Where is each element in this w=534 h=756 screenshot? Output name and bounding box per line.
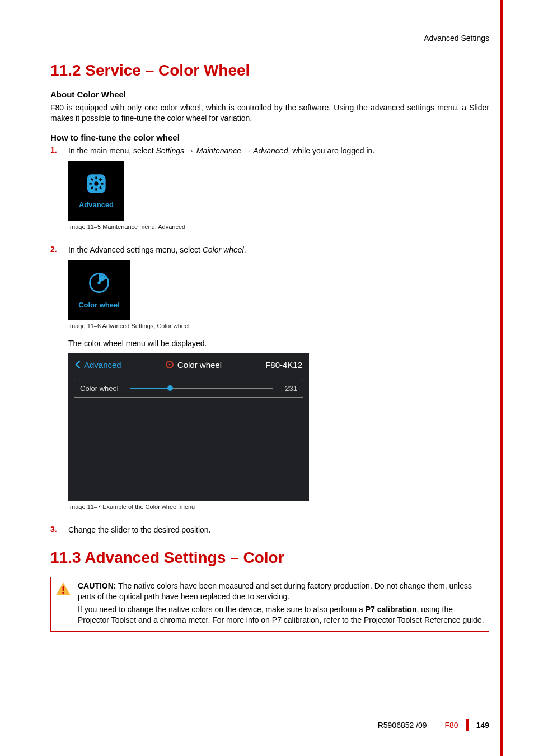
caution-box: CAUTION: The native colors have been mea… [50, 577, 489, 632]
footer-model: F80 [445, 721, 458, 730]
svg-point-13 [168, 364, 170, 366]
image-caption-11-6: Image 11–6 Advanced Settings, Color whee… [68, 323, 489, 329]
caution-p2-pre: If you need to change the native colors … [78, 605, 366, 614]
slider-label: Color wheel [80, 384, 125, 393]
caution-label: CAUTION: [78, 581, 116, 590]
svg-line-7 [100, 187, 101, 189]
step-2-pre: In the Advanced settings menu, select [68, 245, 203, 254]
howto-heading: How to fine-tune the color wheel [50, 133, 489, 142]
step-2: 2. In the Advanced settings menu, select… [50, 245, 489, 520]
svg-line-9 [100, 179, 101, 180]
color-wheel-tile-label: Color wheel [78, 301, 120, 309]
step-1: 1. In the main menu, select Settings → M… [50, 146, 489, 239]
section-heading-11-3: 11.3 Advanced Settings – Color [50, 549, 489, 567]
step-3: 3. Change the slider to the desired posi… [50, 525, 489, 535]
breadcrumb: Advanced Settings [50, 34, 489, 43]
page-footer: R5906852 /09 F80 149 [378, 719, 489, 731]
color-wheel-menu: Advanced Color wheel F80-4K12 Color whee… [68, 353, 309, 501]
slider-track[interactable] [130, 388, 273, 389]
menu-back-button[interactable]: Advanced [75, 360, 121, 370]
menu-back-label: Advanced [84, 360, 121, 370]
color-wheel-slider-row[interactable]: Color wheel 231 [74, 379, 303, 398]
step-1-pre: In the main menu, select [68, 146, 156, 155]
gear-icon [85, 172, 107, 195]
footer-separator [466, 719, 469, 731]
about-body: F80 is equipped with only one color whee… [50, 102, 489, 124]
doc-number: R5906852 /09 [378, 721, 427, 730]
svg-rect-14 [63, 586, 64, 591]
caution-p1: The native colors have been measured and… [78, 581, 472, 601]
svg-point-11 [97, 281, 101, 284]
page-number: 149 [476, 721, 489, 730]
svg-point-1 [93, 181, 100, 187]
svg-point-15 [62, 592, 64, 594]
color-wheel-small-icon [165, 360, 174, 369]
warning-icon [55, 582, 71, 596]
steps-list: 1. In the main menu, select Settings → M… [50, 146, 489, 536]
image-caption-11-7: Image 11–7 Example of the Color wheel me… [68, 503, 489, 510]
step-2-note: The color wheel menu will be displayed. [68, 338, 489, 349]
svg-line-8 [91, 187, 93, 189]
caution-p2-bold: P7 calibration [366, 605, 417, 614]
step-number: 1. [50, 146, 60, 239]
chevron-left-icon [75, 361, 81, 368]
about-heading: About Color Wheel [50, 90, 489, 99]
caution-text: CAUTION: The native colors have been mea… [78, 581, 484, 628]
slider-value: 231 [278, 384, 297, 393]
step-2-post: . [244, 245, 246, 254]
menu-title: Color wheel [177, 360, 222, 370]
step-number: 3. [50, 525, 60, 535]
slider-fill [130, 388, 170, 389]
step-1-text: In the main menu, select Settings → Main… [68, 146, 489, 156]
step-2-text: In the Advanced settings menu, select Co… [68, 245, 489, 255]
advanced-tile-label: Advanced [79, 200, 114, 209]
svg-line-6 [91, 179, 93, 180]
step-number: 2. [50, 245, 60, 520]
color-wheel-icon [87, 270, 111, 295]
section-heading-11-2: 11.2 Service – Color Wheel [50, 62, 489, 80]
step-2-path: Color wheel [203, 245, 244, 254]
step-1-path: Settings → Maintenance → Advanced [156, 146, 288, 155]
menu-header: Advanced Color wheel F80-4K12 [68, 353, 309, 376]
step-1-post: , while you are logged in. [288, 146, 374, 155]
color-wheel-tile[interactable]: Color wheel [68, 260, 130, 320]
menu-model: F80-4K12 [265, 360, 302, 370]
image-caption-11-5: Image 11–5 Maintenance menu, Advanced [68, 223, 489, 230]
advanced-tile[interactable]: Advanced [68, 161, 124, 221]
page-content: Advanced Settings 11.2 Service – Color W… [0, 0, 534, 756]
slider-thumb[interactable] [167, 385, 173, 391]
step-3-text: Change the slider to the desired positio… [68, 525, 489, 535]
